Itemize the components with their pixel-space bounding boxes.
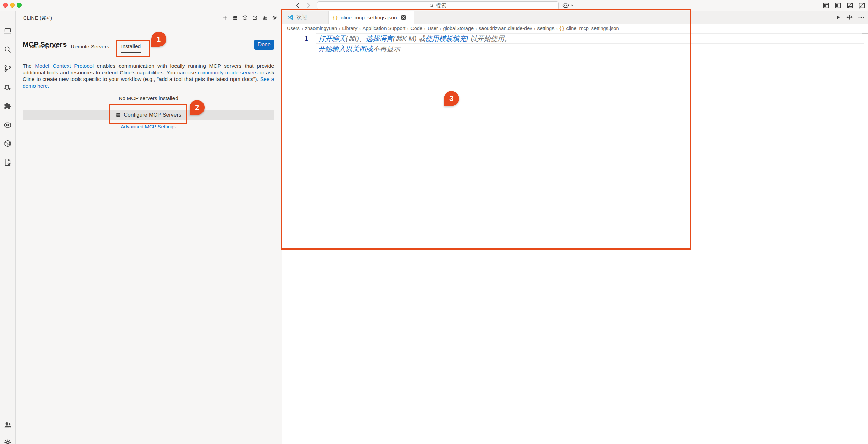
copilot-icon [562,2,569,9]
chevron-right-icon: › [424,26,426,31]
editor-hint-line-2: 开始输入以关闭或不再显示 [318,44,400,54]
search-icon [429,3,434,8]
text-segment: (⌘K M) 或 [393,35,425,42]
tab-remote-servers[interactable]: Remote Servers [71,44,109,53]
inline-link[interactable]: community-made servers [198,70,258,75]
history-icon[interactable] [242,15,248,21]
overview-ruler-cursor-mark [862,33,868,34]
vscode-window: 搜索 [0,0,868,444]
toggle-secondary-sidebar-icon[interactable] [858,2,865,9]
json-icon: { } [559,26,564,31]
text-segment: 不再显示 [373,45,400,53]
titlebar: 搜索 [0,0,868,11]
accounts-icon[interactable] [3,420,12,429]
breadcrumb-item[interactable]: globalStorage [443,26,474,31]
breadcrumb-item[interactable]: saoudrizwan.claude-dev [479,26,532,31]
text-segment: 以开始使用。 [468,35,511,42]
close-icon[interactable] [401,15,406,20]
editor-area: 欢迎 { } cline_mcp_settings.json [282,11,868,444]
run-and-debug-icon[interactable] [3,83,12,91]
traffic-light-close[interactable] [3,3,8,8]
extensions-icon[interactable] [3,102,12,110]
inline-link[interactable]: 使用模板填充] [425,35,468,42]
breadcrumb-item[interactable]: Code [410,26,422,31]
settings-gear-small-icon[interactable] [272,15,278,21]
explorer-icon[interactable] [3,27,12,35]
plus-icon[interactable] [222,15,228,21]
back-icon[interactable] [294,2,301,9]
minimap-divider [865,33,865,444]
tab-installed[interactable]: Installed [121,43,141,53]
forward-icon[interactable] [305,2,312,9]
search-placeholder: 搜索 [436,2,446,9]
line-number: 1 [296,33,308,44]
breadcrumb-item[interactable]: Users [287,26,300,31]
open-in-editor-icon[interactable] [252,15,258,21]
traffic-light-zoom[interactable] [17,3,22,8]
breadcrumb-item[interactable]: zhaomingyuan [305,26,337,31]
editor-hint-line-1: 打开聊天(⌘I)、选择语言(⌘K M) 或使用模板填充] 以开始使用。 [318,33,511,44]
copilot-menu[interactable] [562,2,574,9]
tab-cline-mcp-settings[interactable]: { } cline_mcp_settings.json [329,11,414,24]
chevron-right-icon: › [302,26,303,31]
inline-link[interactable]: 开始输入以关闭或 [318,45,373,53]
text-segment: The [23,63,35,69]
mcp-description: The Model Context Protocol enables commu… [23,62,274,89]
annotation-badge-3: 3 [444,91,459,106]
run-icon[interactable] [835,14,841,21]
search-view-icon[interactable] [3,45,12,54]
more-actions-icon[interactable] [858,14,865,21]
chevron-right-icon: › [359,26,361,31]
breadcrumb-item[interactable]: User [428,26,438,31]
chevron-right-icon: › [556,26,558,31]
chevron-right-icon: › [440,26,442,31]
search-input[interactable]: 搜索 [317,1,559,10]
inline-link[interactable]: 打开聊天 [318,35,346,42]
vscode-logo-icon [288,14,294,20]
inline-link[interactable]: 选择语言 [366,35,393,42]
breadcrumb: Users›zhaomingyuan›Library›Application S… [287,24,619,33]
package-icon[interactable] [3,139,12,148]
chevron-right-icon: › [339,26,340,31]
customize-layout-icon[interactable] [823,2,829,9]
chevron-down-icon [570,3,574,7]
text-segment: (⌘I)、 [346,35,366,42]
inline-link[interactable]: Model Context Protocol [35,63,94,69]
tab-welcome[interactable]: 欢迎 [283,11,329,24]
empty-state-message: No MCP servers installed [23,95,274,101]
accounts-small-icon[interactable] [262,15,268,21]
source-control-icon[interactable] [3,64,12,73]
toggle-panel-icon[interactable] [846,2,853,9]
editor-tab-bar: 欢迎 { } cline_mcp_settings.json [282,11,868,24]
breadcrumb-file[interactable]: cline_mcp_settings.json [566,26,619,31]
split-editor-icon[interactable] [846,14,853,21]
tab-label: cline_mcp_settings.json [341,15,397,21]
cline-icon[interactable] [3,120,12,129]
cline-sidebar: CLINE (⌘+') MCP Servers Done M [15,11,282,444]
advanced-mcp-settings-link[interactable]: Advanced MCP Settings [23,124,274,129]
chevron-right-icon: › [407,26,409,31]
sidebar-view-title: CLINE (⌘+') [23,15,52,21]
breadcrumb-item[interactable]: settings [537,26,554,31]
mcp-tabs: Marketplace Remote Servers Installed [15,44,282,53]
json-icon: { } [333,15,338,20]
breadcrumb-item[interactable]: Application Support [363,26,406,31]
chevron-right-icon: › [534,26,535,31]
server-rack-icon [115,112,121,118]
activity-bar [0,11,16,444]
annotation-badge-1: 1 [151,32,166,47]
toggle-primary-sidebar-icon[interactable] [835,2,841,9]
breadcrumb-item[interactable]: Library [342,26,357,31]
chevron-right-icon: › [475,26,477,31]
mcp-servers-icon[interactable] [232,15,238,21]
configure-mcp-servers-button[interactable]: Configure MCP Servers [23,110,274,120]
annotation-badge-2: 2 [190,100,205,115]
tools-file-icon[interactable] [3,158,12,167]
settings-gear-icon[interactable] [3,438,12,444]
traffic-light-minimize[interactable] [10,3,15,8]
configure-button-label: Configure MCP Servers [124,112,181,118]
tab-marketplace[interactable]: Marketplace [30,44,59,53]
tab-label: 欢迎 [296,14,307,21]
